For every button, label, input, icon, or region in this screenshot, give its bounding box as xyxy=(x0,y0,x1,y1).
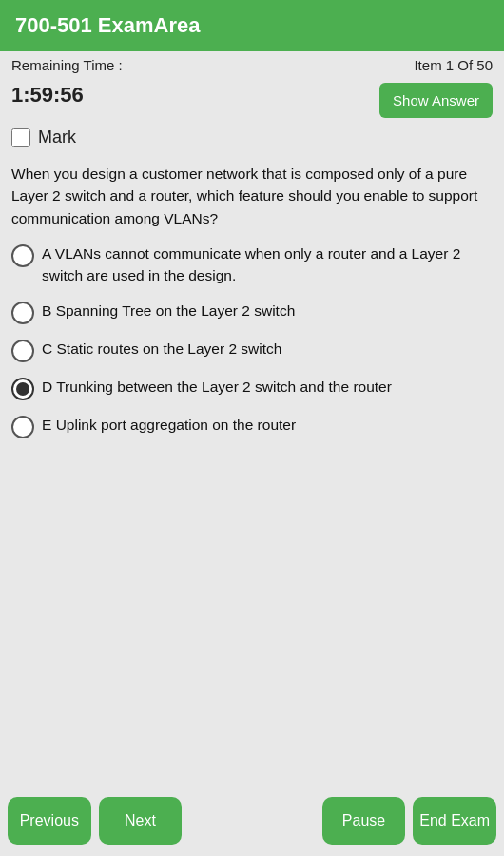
next-button[interactable]: Next xyxy=(99,797,183,845)
radio-option-d[interactable] xyxy=(11,378,34,400)
options-container: A VLANs cannot communicate when only a r… xyxy=(11,243,493,439)
bottom-navigation: Previous Next Pause End Exam xyxy=(0,786,504,856)
show-answer-button[interactable]: Show Answer xyxy=(379,83,493,118)
option-text-a: A VLANs cannot communicate when only a r… xyxy=(42,243,493,287)
mark-row: Mark xyxy=(0,124,504,155)
option-row[interactable]: E Uplink port aggregation on the router xyxy=(11,414,493,438)
remaining-time-label: Remaining Time : xyxy=(11,57,123,73)
option-text-c: C Static routes on the Layer 2 switch xyxy=(42,338,281,360)
app-header: 700-501 ExamArea xyxy=(0,0,504,51)
previous-button[interactable]: Previous xyxy=(8,797,91,845)
radio-option-a[interactable] xyxy=(11,244,34,267)
question-text: When you design a customer network that … xyxy=(11,163,493,229)
pause-button[interactable]: Pause xyxy=(322,797,406,845)
radio-option-e[interactable] xyxy=(11,416,34,438)
option-row[interactable]: D Trunking between the Layer 2 switch an… xyxy=(11,376,493,400)
radio-option-b[interactable] xyxy=(11,302,34,324)
end-exam-button[interactable]: End Exam xyxy=(413,797,496,845)
radio-option-c[interactable] xyxy=(11,340,34,362)
option-text-b: B Spanning Tree on the Layer 2 switch xyxy=(42,300,295,321)
option-text-d: D Trunking between the Layer 2 switch an… xyxy=(42,376,392,398)
sub-header: Remaining Time : Item 1 Of 50 xyxy=(0,51,504,79)
option-row[interactable]: C Static routes on the Layer 2 switch xyxy=(11,338,493,362)
option-row[interactable]: B Spanning Tree on the Layer 2 switch xyxy=(11,300,493,324)
item-counter: Item 1 Of 50 xyxy=(414,57,493,73)
app-title: 700-501 ExamArea xyxy=(15,13,200,38)
mark-label[interactable]: Mark xyxy=(38,127,76,147)
countdown-timer: 1:59:56 xyxy=(11,83,84,107)
question-area: When you design a customer network that … xyxy=(0,155,504,477)
option-text-e: E Uplink port aggregation on the router xyxy=(42,414,296,436)
mark-checkbox[interactable] xyxy=(11,128,30,147)
option-row[interactable]: A VLANs cannot communicate when only a r… xyxy=(11,243,493,287)
timer-row: 1:59:56 Show Answer xyxy=(0,79,504,124)
